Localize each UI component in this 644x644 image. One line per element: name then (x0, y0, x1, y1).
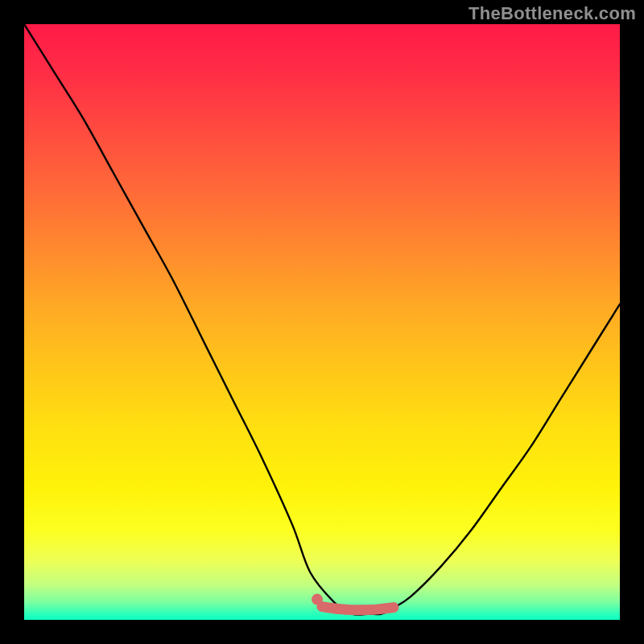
outer-frame: TheBottleneck.com (0, 0, 644, 644)
flat-minimum-marker (322, 607, 394, 610)
plot-area (24, 24, 620, 620)
flat-marker-dot (312, 594, 323, 605)
bottleneck-curve (24, 24, 620, 615)
watermark-text: TheBottleneck.com (469, 3, 636, 24)
curve-layer (24, 24, 620, 620)
